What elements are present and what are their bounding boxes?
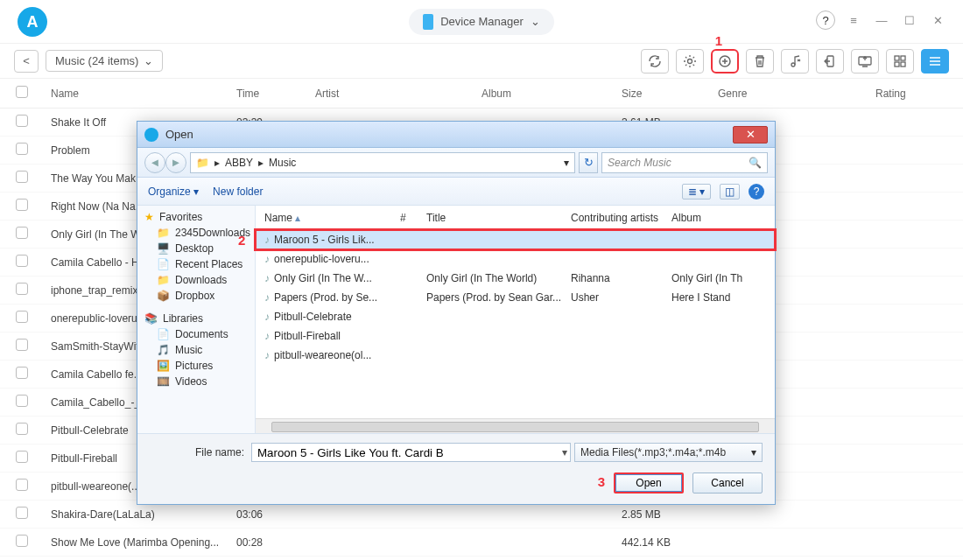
dialog-close-button[interactable]: ✕: [733, 126, 768, 144]
col-genre[interactable]: Genre: [718, 88, 875, 100]
row-checkbox[interactable]: [16, 479, 28, 491]
row-checkbox[interactable]: [16, 339, 28, 351]
sidebar-item[interactable]: 📄Recent Places: [137, 256, 255, 272]
add-button[interactable]: [711, 49, 739, 74]
help-icon[interactable]: ?: [749, 184, 764, 200]
col-rating[interactable]: Rating: [875, 88, 945, 100]
device-label: Device Manager: [440, 15, 524, 28]
refresh-button[interactable]: [641, 49, 669, 74]
row-checkbox[interactable]: [16, 283, 28, 295]
to-itunes-button[interactable]: [781, 49, 809, 74]
library-icon: 🎞️: [157, 375, 170, 388]
row-checkbox[interactable]: [16, 395, 28, 407]
menu-icon[interactable]: ≡: [844, 10, 863, 30]
music-file-icon: ♪: [264, 330, 270, 342]
row-checkbox[interactable]: [16, 367, 28, 379]
file-col-num[interactable]: #: [400, 212, 426, 224]
sidebar-item[interactable]: 🎞️Videos: [137, 374, 255, 389]
preview-pane-button[interactable]: ◫: [720, 184, 740, 200]
to-device-button[interactable]: [816, 49, 844, 74]
music-file-icon: ♪: [264, 291, 270, 304]
table-row[interactable]: Show Me Love (Marimba Opening... 00:28 4…: [0, 528, 963, 556]
organize-menu[interactable]: Organize ▾: [148, 186, 199, 198]
file-row[interactable]: ♪Papers (Prod. by Se... Papers (Prod. by…: [256, 288, 775, 307]
nav-back-button[interactable]: ◄: [144, 152, 165, 173]
sidebar-item[interactable]: 📁Downloads: [137, 272, 255, 288]
sidebar-item[interactable]: 📦Dropbox: [137, 288, 255, 304]
folder-icon: 📁: [157, 227, 170, 239]
file-title: Papers (Prod. by Sean Gar...: [426, 291, 571, 304]
nav-forward-button[interactable]: ►: [165, 152, 186, 173]
row-checkbox[interactable]: [16, 451, 28, 463]
row-checkbox[interactable]: [16, 143, 28, 155]
file-row[interactable]: ♪Pitbull-Fireball: [256, 326, 775, 346]
row-checkbox[interactable]: [16, 311, 28, 323]
col-album[interactable]: Album: [482, 88, 622, 100]
col-time[interactable]: Time: [236, 88, 315, 100]
list-view-button[interactable]: [921, 49, 949, 74]
svg-rect-5: [895, 56, 899, 60]
row-checkbox[interactable]: [16, 115, 28, 127]
view-options-button[interactable]: ≣ ▾: [682, 184, 711, 200]
refresh-button[interactable]: ↻: [579, 152, 598, 173]
row-checkbox[interactable]: [16, 507, 28, 519]
back-button[interactable]: <: [14, 50, 39, 73]
file-col-artist[interactable]: Contributing artists: [571, 212, 671, 224]
dropdown-icon[interactable]: ▾: [562, 446, 567, 458]
sidebar-item[interactable]: 🎵Music: [137, 342, 255, 358]
delete-button[interactable]: [746, 49, 774, 74]
file-artist: Usher: [571, 291, 671, 304]
filename-input[interactable]: [251, 443, 571, 462]
grid-view-button[interactable]: [886, 49, 914, 74]
row-checkbox[interactable]: [16, 199, 28, 211]
file-row[interactable]: ♪pitbull-weareone(ol...: [256, 346, 775, 365]
file-type-filter[interactable]: Media Files(*.mp3;*.m4a;*.m4b▾: [574, 443, 763, 462]
close-icon[interactable]: ✕: [928, 10, 947, 30]
open-file-dialog: Open ✕ ◄ ► 📁 ▸ ABBY ▸ Music ▾ ↻ Search M…: [137, 121, 776, 505]
sidebar-item[interactable]: 🖥️Desktop: [137, 241, 255, 256]
cancel-button[interactable]: Cancel: [692, 472, 763, 494]
sidebar-item[interactable]: 📄Documents: [137, 326, 255, 342]
libraries-group[interactable]: 📚Libraries: [137, 311, 255, 326]
row-checkbox[interactable]: [16, 423, 28, 435]
settings-button[interactable]: [676, 49, 704, 74]
row-checkbox[interactable]: [16, 535, 28, 547]
new-folder-button[interactable]: New folder: [213, 186, 263, 198]
select-all-checkbox[interactable]: [16, 86, 28, 98]
sidebar-item[interactable]: 🖼️Pictures: [137, 358, 255, 374]
address-bar[interactable]: 📁 ▸ ABBY ▸ Music ▾: [190, 152, 575, 173]
to-computer-button[interactable]: [851, 49, 879, 74]
file-row[interactable]: ♪Only Girl (In The W... Only Girl (In Th…: [256, 269, 775, 288]
breadcrumb[interactable]: Music (24 items) ⌄: [46, 50, 163, 72]
open-button[interactable]: Open: [614, 472, 684, 494]
path-segment[interactable]: Music: [269, 157, 296, 169]
file-col-title[interactable]: Title: [426, 212, 571, 224]
help-icon[interactable]: ?: [816, 10, 835, 30]
horizontal-scrollbar[interactable]: [256, 418, 775, 433]
music-file-icon: ♪: [264, 349, 270, 361]
col-artist[interactable]: Artist: [315, 88, 482, 100]
maximize-icon[interactable]: ☐: [900, 10, 919, 30]
file-artist: Rihanna: [571, 272, 671, 284]
row-checkbox[interactable]: [16, 171, 28, 183]
minimize-icon[interactable]: —: [872, 10, 891, 30]
sidebar-item[interactable]: 📁2345Downloads: [137, 225, 255, 241]
file-row[interactable]: ♪Pitbull-Celebrate: [256, 307, 775, 326]
music-file-icon: ♪: [264, 311, 270, 323]
col-size[interactable]: Size: [622, 88, 718, 100]
search-input[interactable]: Search Music 🔍: [601, 152, 768, 173]
dropdown-icon[interactable]: ▾: [564, 157, 569, 169]
favorites-group[interactable]: ★Favorites: [137, 209, 255, 225]
path-segment[interactable]: ABBY: [225, 157, 253, 169]
row-checkbox[interactable]: [16, 255, 28, 267]
file-col-album[interactable]: Album: [671, 212, 759, 224]
device-selector[interactable]: Device Manager ⌄: [409, 9, 554, 35]
file-col-name[interactable]: Name: [264, 212, 292, 224]
folder-icon: 📁: [157, 274, 170, 286]
music-file-icon: ♪: [264, 253, 270, 265]
folder-icon: [144, 128, 158, 142]
row-checkbox[interactable]: [16, 227, 28, 239]
file-row[interactable]: ♪onerepublic-loveru...: [256, 249, 775, 269]
col-name[interactable]: Name: [44, 88, 236, 100]
file-row[interactable]: ♪Maroon 5 - Girls Lik...: [256, 230, 775, 249]
